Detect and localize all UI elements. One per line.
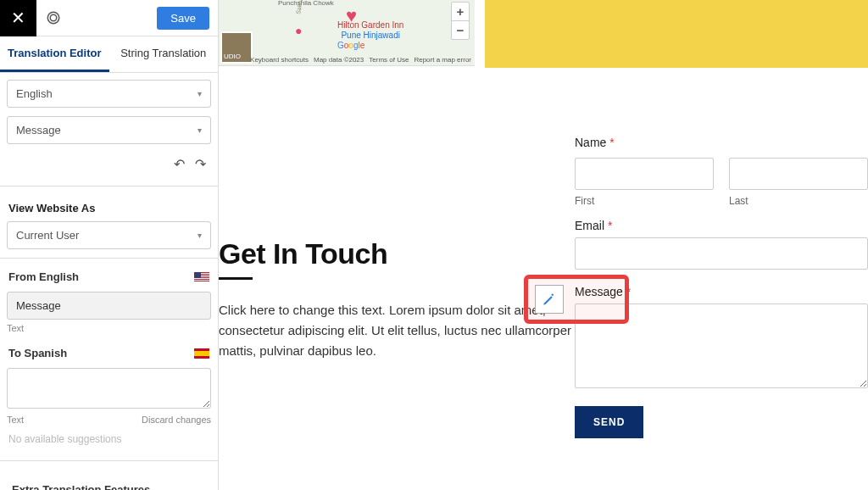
edit-translation-button[interactable] [535,285,564,314]
discard-changes[interactable]: Discard changes [142,415,211,425]
svg-rect-9 [194,272,201,278]
map-zoom-out[interactable]: − [452,21,469,39]
map-report-error[interactable]: Report a map error [414,56,471,64]
map-area-label: Punchshila Chowk [278,0,334,8]
message-label: Message * [575,285,868,298]
item-select-value: Message [16,124,61,136]
from-type: Text [7,323,24,333]
chevron-down-icon: ▾ [198,125,202,135]
to-type: Text [7,415,24,425]
info-button[interactable] [36,0,70,36]
heading-underline [219,277,253,280]
view-as-select[interactable]: Current User ▾ [7,221,211,249]
map-data-attrib: Map data ©2023 [314,56,364,64]
from-language-label: From English [8,270,79,283]
page-heading: Get In Touch [219,237,575,270]
chevron-down-icon: ▾ [198,231,202,240]
name-label: Name * [575,136,868,149]
svg-rect-6 [194,278,209,279]
features-heading: Extra Translation Features [7,468,211,490]
svg-point-0 [47,12,59,24]
send-button[interactable]: SEND [575,406,643,438]
flag-us-icon [194,272,209,282]
last-sublabel: Last [729,195,868,207]
tab-translation-editor[interactable]: Translation Editor [0,36,109,72]
email-label: Email * [575,219,868,232]
chevron-down-icon: ▾ [198,89,202,98]
undo-button[interactable]: ↶ [174,156,185,172]
item-select[interactable]: Message ▾ [7,116,211,144]
to-text-input[interactable] [7,368,211,409]
from-text: Message [7,292,211,320]
svg-rect-11 [194,351,209,356]
svg-point-1 [50,14,57,21]
email-input[interactable] [575,237,868,270]
close-button[interactable]: ✕ [0,0,36,36]
svg-rect-8 [194,281,209,282]
first-sublabel: First [575,195,714,207]
redo-button[interactable]: ↷ [195,156,206,172]
map-place-label: Hilton Garden Inn Pune Hinjawadi [337,20,403,41]
save-button[interactable]: Save [157,7,209,30]
lead-text[interactable]: Click here to change this text. Lorem ip… [219,300,575,361]
map-terms[interactable]: Terms of Use [369,56,409,64]
header-banner [485,0,868,68]
flag-es-icon [194,348,209,359]
google-logo: Google [337,41,364,50]
no-suggestions: No available suggestions [7,425,211,454]
to-language-label: To Spanish [8,347,67,359]
last-name-input[interactable] [729,158,868,190]
map-keyboard-shortcuts[interactable]: Keyboard shortcuts [250,56,309,64]
language-select[interactable]: English ▾ [7,80,211,108]
language-select-value: English [16,87,53,100]
svg-rect-7 [194,280,209,281]
map-satellite-thumb[interactable]: UDIO [220,31,253,64]
map-zoom-in[interactable]: + [452,3,469,21]
translate-highlight [524,275,629,324]
view-as-label: View Website As [7,193,211,221]
tab-string-translation[interactable]: String Translation [109,36,219,72]
info-icon [46,10,61,25]
pencil-icon [542,292,557,307]
map-pin-icon: ● [295,24,302,37]
view-as-value: Current User [16,229,79,242]
first-name-input[interactable] [575,158,714,190]
map-widget[interactable]: Punchshila Chowk Sakhare Vas ♥ ● Hilton … [219,0,475,66]
